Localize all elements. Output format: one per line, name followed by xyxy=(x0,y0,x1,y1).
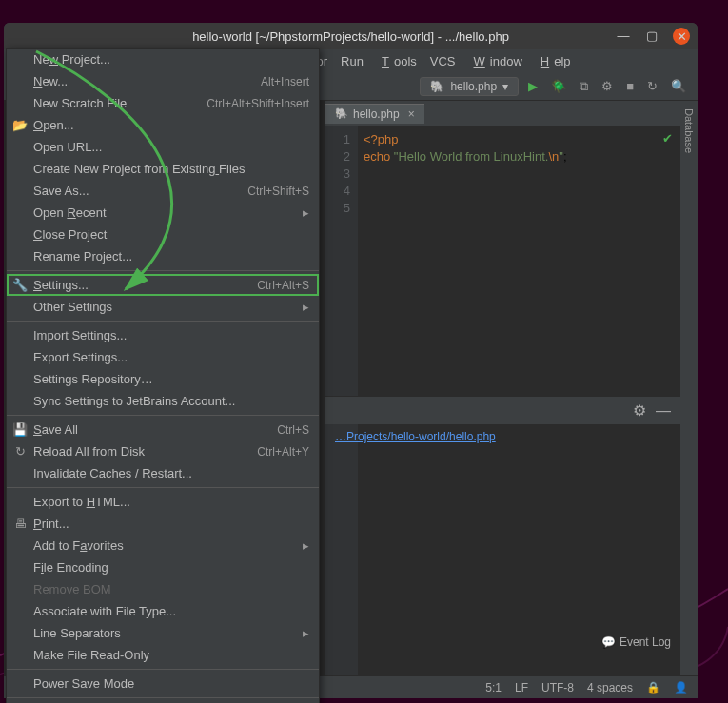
stop-button[interactable]: ■ xyxy=(622,77,638,95)
menu-tools[interactable]: Tools xyxy=(372,52,422,70)
database-tool-label[interactable]: Database xyxy=(683,108,695,153)
debug-button[interactable]: 🪲 xyxy=(547,77,570,95)
run-config-label: hello.php xyxy=(450,80,497,93)
menu-item-new[interactable]: New...Alt+Insert xyxy=(7,70,319,92)
menu-item-invalidate-caches-restart[interactable]: Invalidate Caches / Restart... xyxy=(7,462,319,484)
indent-setting[interactable]: 4 spaces xyxy=(587,681,633,694)
php-file-icon: 🐘 xyxy=(335,107,348,120)
cursor-position[interactable]: 5:1 xyxy=(485,681,502,694)
menu-item-other-settings[interactable]: Other Settings▸ xyxy=(7,296,319,318)
editor-tab-bar: 🐘 hello.php × xyxy=(325,101,680,126)
menu-item-file-encoding[interactable]: File Encoding xyxy=(7,557,319,578)
chevron-down-icon: ▾ xyxy=(502,80,508,93)
menu-run[interactable]: Run xyxy=(336,52,368,70)
menu-item-sync-settings-to-jetbrains-account[interactable]: Sync Settings to JetBrains Account... xyxy=(7,390,319,412)
close-button[interactable]: ✕ xyxy=(673,28,690,45)
menu-item-create-new-project-from-existing-files[interactable]: Create New Project from Existing Files xyxy=(7,158,319,180)
event-log-button[interactable]: 💬 Event Log xyxy=(592,632,680,653)
menu-item-import-settings[interactable]: Import Settings... xyxy=(7,324,319,346)
editor-panel: 🐘 hello.php × 12345 <?php echo "Hello Wo… xyxy=(325,101,680,675)
menu-item-export-to-html[interactable]: Export to HTML... xyxy=(7,491,319,513)
window-title: hello-world [~/PhpstormProjects/hello-wo… xyxy=(192,29,509,44)
update-button[interactable]: ↻ xyxy=(643,77,661,95)
menu-item-associate-with-file-type[interactable]: Associate with File Type... xyxy=(7,600,319,622)
file-path-link[interactable]: …Projects/hello-world/hello.php xyxy=(325,424,680,449)
menu-item-add-to-favorites[interactable]: Add to Favorites▸ xyxy=(7,535,319,557)
profiler-button[interactable]: ⚙ xyxy=(598,77,617,95)
editor-tab[interactable]: 🐘 hello.php × xyxy=(325,104,424,124)
menu-item-save-all[interactable]: 💾Save AllCtrl+S xyxy=(7,419,319,440)
title-bar: hello-world [~/PhpstormProjects/hello-wo… xyxy=(4,23,698,49)
hector-icon[interactable]: 👤 xyxy=(674,681,688,694)
search-button[interactable]: 🔍 xyxy=(667,77,690,95)
menu-item-new-scratch-file[interactable]: New Scratch FileCtrl+Alt+Shift+Insert xyxy=(7,92,319,114)
line-separator[interactable]: LF xyxy=(515,681,528,694)
menu-item-save-as[interactable]: Save As...Ctrl+Shift+S xyxy=(7,180,319,202)
hide-icon[interactable]: — xyxy=(656,402,671,420)
php-file-icon: 🐘 xyxy=(430,80,444,93)
menu-item-rename-project[interactable]: Rename Project... xyxy=(7,245,319,267)
balloon-icon: 💬 xyxy=(601,635,616,649)
coverage-button[interactable]: ⧉ xyxy=(576,77,592,96)
menu-item-open-url[interactable]: Open URL... xyxy=(7,136,319,158)
tool-window-header: ⚙ — xyxy=(325,396,680,424)
close-tab-icon[interactable]: × xyxy=(408,107,415,121)
menu-item-new-project[interactable]: New Project... xyxy=(7,49,319,70)
inspection-ok-icon: ✔ xyxy=(662,131,673,146)
menu-item-power-save-mode[interactable]: Power Save Mode xyxy=(7,673,319,694)
menu-help[interactable]: Help xyxy=(531,52,576,70)
minimize-button[interactable]: — xyxy=(616,28,631,43)
run-button[interactable]: ▶ xyxy=(524,77,541,95)
menu-item-print[interactable]: 🖶Print... xyxy=(7,513,319,535)
menu-item-settings-repository[interactable]: Settings Repository… xyxy=(7,368,319,390)
menu-item-reload-all-from-disk[interactable]: ↻Reload All from DiskCtrl+Alt+Y xyxy=(7,440,319,462)
gear-icon[interactable]: ⚙ xyxy=(633,401,646,420)
run-config-selector[interactable]: 🐘 hello.php ▾ xyxy=(420,77,519,96)
tab-filename: hello.php xyxy=(353,107,400,121)
menu-item-settings[interactable]: 🔧Settings...Ctrl+Alt+S xyxy=(7,274,319,296)
file-encoding[interactable]: UTF-8 xyxy=(541,681,574,694)
menu-vcs[interactable]: VCS xyxy=(425,52,461,70)
menu-window[interactable]: Window xyxy=(464,52,527,70)
maximize-button[interactable]: ▢ xyxy=(644,28,659,43)
menu-item-line-separators[interactable]: Line Separators▸ xyxy=(7,622,319,644)
menu-item-open-recent[interactable]: Open Recent▸ xyxy=(7,202,319,224)
right-tool-strip[interactable]: Database xyxy=(680,101,698,675)
menu-item-open[interactable]: 📂Open... xyxy=(7,114,319,136)
menu-item-close-project[interactable]: Close Project xyxy=(7,224,319,245)
file-menu-dropdown: New Project...New...Alt+InsertNew Scratc… xyxy=(6,48,320,703)
lock-icon[interactable]: 🔒 xyxy=(646,681,660,694)
menu-item-export-settings[interactable]: Export Settings... xyxy=(7,346,319,368)
menu-item-remove-bom: Remove BOM xyxy=(7,578,319,600)
menu-item-make-file-read-only[interactable]: Make File Read-Only xyxy=(7,644,319,666)
